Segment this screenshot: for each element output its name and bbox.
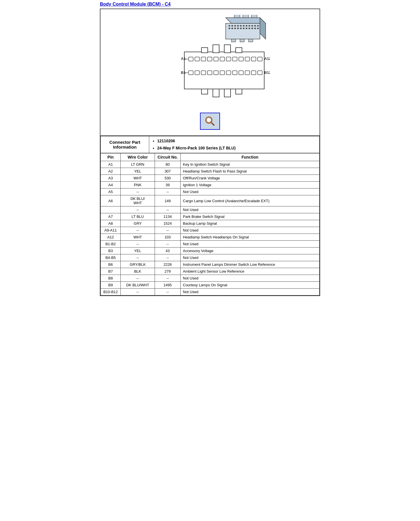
cell-circuit: 1495 bbox=[155, 282, 181, 289]
cell-wire-color: -- bbox=[121, 254, 155, 261]
cell-pin: B7 bbox=[101, 268, 121, 275]
svg-rect-20 bbox=[246, 28, 247, 29]
cell-function: Not Used bbox=[181, 206, 320, 213]
svg-rect-62 bbox=[251, 71, 256, 75]
cell-function: Not Used bbox=[181, 275, 320, 282]
svg-rect-47 bbox=[233, 57, 237, 61]
pin-table: Pin Wire Color Circuit No. Function A1 L… bbox=[100, 153, 320, 295]
table-row: A4 PNK 39 Ignition 1 Voltage bbox=[101, 182, 320, 188]
connector-info-value: 12110206 24-Way F Micro-Pack 100 Series … bbox=[149, 136, 320, 153]
cell-circuit: -- bbox=[155, 241, 181, 248]
cell-pin: A4 bbox=[101, 182, 121, 188]
cell-function: Headlamp Switch Flash to Pass Signal bbox=[181, 168, 320, 175]
cell-wire-color: -- bbox=[121, 188, 155, 195]
svg-rect-5 bbox=[234, 25, 236, 27]
svg-rect-44 bbox=[214, 57, 218, 61]
cell-function: Not Used bbox=[181, 227, 320, 234]
cell-wire-color: YEL bbox=[121, 248, 155, 254]
svg-rect-11 bbox=[251, 25, 253, 27]
table-row: B1-B2 -- -- Not Used bbox=[101, 241, 320, 248]
svg-rect-33 bbox=[213, 45, 219, 53]
cell-pin: A12 bbox=[101, 234, 121, 241]
cell-pin: B9 bbox=[101, 282, 121, 289]
table-row: B10-B12 -- -- Not Used bbox=[101, 289, 320, 295]
cell-wire-color: PNK bbox=[121, 182, 155, 188]
cell-wire-color: -- bbox=[121, 227, 155, 234]
table-row: A12 WHT 103 Headlamp Switch Headlamps On… bbox=[101, 234, 320, 241]
connector-info-table: Connector Part Information 12110206 24-W… bbox=[100, 136, 320, 153]
cell-circuit: 103 bbox=[155, 234, 181, 241]
page-title: Body Control Module (BCM) - C4 bbox=[99, 0, 321, 9]
table-row: A6 DK BLU/ WHT 149 Cargo Lamp Low Contro… bbox=[101, 195, 320, 206]
svg-rect-63 bbox=[258, 71, 262, 75]
table-row: A3 WHT 530 Off/Run/Crank Voltage bbox=[101, 175, 320, 182]
main-container: A1 A12 B1 B12 bbox=[100, 9, 320, 296]
cell-function: Park Brake Switch Signal bbox=[181, 213, 320, 220]
svg-rect-21 bbox=[249, 28, 250, 29]
cell-circuit: -- bbox=[155, 188, 181, 195]
svg-rect-52 bbox=[189, 71, 193, 75]
svg-text:A12: A12 bbox=[264, 56, 270, 61]
svg-rect-39 bbox=[236, 89, 242, 94]
svg-rect-58 bbox=[226, 71, 231, 75]
svg-rect-12 bbox=[254, 25, 256, 27]
cell-circuit: -- bbox=[155, 227, 181, 234]
cell-wire-color: LT GRN bbox=[121, 161, 155, 168]
cell-circuit: 1134 bbox=[155, 213, 181, 220]
cell-function: Cargo Lamp Low Control (Avalanche/Escala… bbox=[181, 195, 320, 206]
cell-pin: B8 bbox=[101, 275, 121, 282]
table-row: B9 DK BLU/WHT 1495 Courtesy Lamps On Sig… bbox=[101, 282, 320, 289]
cell-function: Ambient Light Sensor Low Reference bbox=[181, 268, 320, 275]
cell-wire-color: WHT bbox=[121, 175, 155, 182]
cell-circuit: -- bbox=[155, 206, 181, 213]
header-pin: Pin bbox=[101, 153, 121, 161]
cell-pin: B3 bbox=[101, 248, 121, 254]
cell-wire-color: -- bbox=[121, 241, 155, 248]
cell-circuit: 279 bbox=[155, 268, 181, 275]
svg-rect-50 bbox=[251, 57, 256, 61]
svg-rect-25 bbox=[234, 15, 240, 18]
svg-rect-14 bbox=[229, 28, 230, 29]
cell-wire-color: YEL bbox=[121, 168, 155, 175]
svg-rect-53 bbox=[195, 71, 199, 75]
header-wire-color: Wire Color bbox=[121, 153, 155, 161]
svg-rect-23 bbox=[254, 28, 256, 29]
svg-rect-15 bbox=[231, 28, 233, 29]
cell-function: Not Used bbox=[181, 289, 320, 295]
cell-pin bbox=[101, 206, 121, 213]
svg-rect-56 bbox=[214, 71, 218, 75]
svg-rect-46 bbox=[226, 57, 231, 61]
cell-function: Backup Lamp Signal bbox=[181, 220, 320, 227]
svg-rect-13 bbox=[257, 25, 259, 27]
cell-circuit: 43 bbox=[155, 248, 181, 254]
cell-function: Not Used bbox=[181, 188, 320, 195]
svg-rect-60 bbox=[239, 71, 243, 75]
table-row: B6 GRY/BLK 2226 Instrument Panel Lamps D… bbox=[101, 261, 320, 268]
svg-rect-28 bbox=[231, 39, 236, 42]
magnify-icon[interactable] bbox=[200, 113, 220, 130]
table-row: -- -- Not Used bbox=[101, 206, 320, 213]
svg-rect-27 bbox=[251, 15, 257, 18]
cell-pin: B4-B5 bbox=[101, 254, 121, 261]
cell-circuit: -- bbox=[155, 275, 181, 282]
cell-circuit: 530 bbox=[155, 175, 181, 182]
connector-info-label: Connector Part Information bbox=[101, 136, 149, 153]
table-row: A5 -- -- Not Used bbox=[101, 188, 320, 195]
cell-circuit: 149 bbox=[155, 195, 181, 206]
cell-wire-color: -- bbox=[121, 275, 155, 282]
cell-circuit: 39 bbox=[155, 182, 181, 188]
svg-rect-19 bbox=[243, 28, 245, 29]
connector-part-desc: 24-Way F Micro-Pack 100 Series (LT BLU) bbox=[157, 145, 317, 152]
cell-function: Ignition 1 Voltage bbox=[181, 182, 320, 188]
cell-wire-color: -- bbox=[121, 206, 155, 213]
svg-rect-54 bbox=[201, 71, 206, 75]
cell-wire-color: GRY/BLK bbox=[121, 261, 155, 268]
table-row: A1 LT GRN 80 Key In Ignition Switch Sign… bbox=[101, 161, 320, 168]
cell-pin: A3 bbox=[101, 175, 121, 182]
svg-rect-3 bbox=[229, 25, 230, 27]
svg-text:A1: A1 bbox=[181, 56, 186, 61]
cell-pin: A7 bbox=[101, 213, 121, 220]
svg-rect-37 bbox=[213, 89, 219, 97]
svg-rect-36 bbox=[201, 89, 208, 94]
cell-circuit: -- bbox=[155, 289, 181, 295]
